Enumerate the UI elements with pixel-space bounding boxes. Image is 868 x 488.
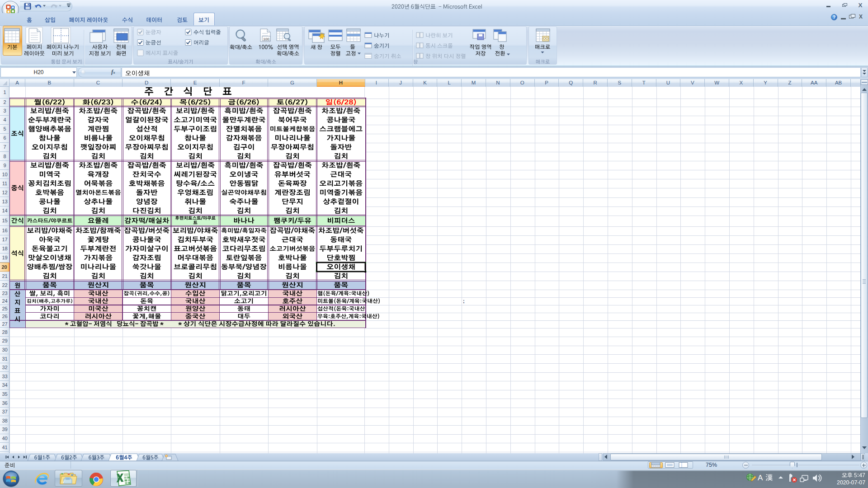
svg-text:2020-07-07: 2020-07-07 — [837, 479, 865, 486]
